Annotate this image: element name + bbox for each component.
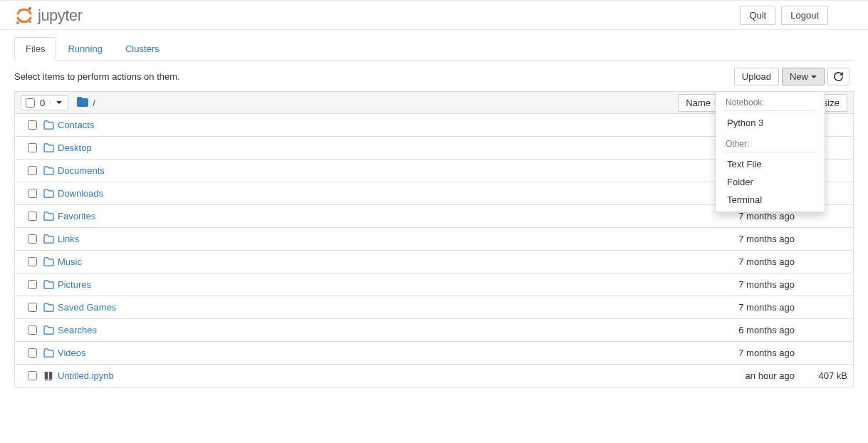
row-checkbox[interactable]: [28, 303, 37, 312]
breadcrumb: /: [77, 97, 95, 109]
row-checkbox-wrap: [21, 212, 43, 221]
row-checkbox-wrap: [21, 280, 43, 289]
folder-icon: [43, 234, 58, 244]
tab-bar: Files Running Clusters: [14, 37, 854, 61]
dropdown-separator: [724, 152, 816, 152]
jupyter-planet-icon: [14, 6, 34, 26]
item-modified: an hour ago: [684, 370, 798, 381]
toolbar: Select items to perform actions on them.…: [14, 61, 854, 91]
header-buttons: Quit Logout: [740, 6, 854, 25]
tab-running[interactable]: Running: [56, 37, 113, 61]
list-item: Music7 months ago: [14, 251, 854, 273]
row-checkbox-wrap: [21, 166, 43, 175]
row-checkbox[interactable]: [28, 325, 37, 335]
new-dropdown-menu: Notebook: Python 3 Other: Text File Fold…: [715, 91, 825, 212]
row-checkbox[interactable]: [28, 166, 37, 175]
new-button[interactable]: New: [782, 68, 825, 85]
refresh-icon: [834, 72, 843, 81]
folder-root-icon[interactable]: [77, 97, 88, 109]
item-name-link[interactable]: Videos: [58, 348, 684, 358]
dropdown-section-other: Other:: [716, 136, 825, 150]
folder-icon: [43, 348, 58, 358]
folder-icon: [43, 166, 58, 175]
list-item: Untitled.ipynban hour ago407 kB: [14, 365, 854, 387]
list-item: Saved Games7 months ago: [14, 296, 854, 319]
item-name-link[interactable]: Saved Games: [58, 302, 684, 313]
row-checkbox[interactable]: [28, 371, 37, 380]
row-checkbox-wrap: [21, 234, 43, 244]
jupyter-logo[interactable]: jupyter: [14, 6, 83, 26]
row-checkbox-wrap: [21, 143, 43, 152]
folder-icon: [43, 189, 58, 198]
dropdown-section-notebook: Notebook:: [716, 95, 825, 109]
list-item: Videos7 months ago: [14, 342, 854, 365]
item-modified: 7 months ago: [684, 211, 798, 222]
folder-icon: [43, 280, 58, 289]
toolbar-actions: Upload New: [734, 68, 854, 85]
logout-button[interactable]: Logout: [781, 6, 828, 25]
item-name-link[interactable]: Searches: [58, 325, 684, 335]
new-python3-item[interactable]: Python 3: [716, 114, 825, 132]
row-checkbox[interactable]: [28, 257, 37, 266]
new-folder-item[interactable]: Folder: [716, 173, 825, 191]
item-modified: 7 months ago: [684, 348, 798, 358]
item-modified: 7 months ago: [684, 302, 798, 313]
item-name-link[interactable]: Links: [58, 234, 684, 244]
row-checkbox[interactable]: [28, 120, 37, 130]
row-checkbox[interactable]: [28, 348, 37, 358]
item-name-link[interactable]: Desktop: [58, 142, 684, 153]
new-textfile-item[interactable]: Text File: [716, 155, 825, 173]
row-checkbox-wrap: [21, 257, 43, 266]
item-modified: 6 months ago: [684, 325, 798, 335]
list-item: Searches6 months ago: [14, 319, 854, 342]
row-checkbox-wrap: [21, 371, 43, 380]
row-checkbox[interactable]: [28, 212, 37, 221]
tab-files[interactable]: Files: [14, 37, 56, 61]
svg-point-0: [28, 7, 31, 10]
row-checkbox-wrap: [21, 348, 43, 358]
item-modified: 7 months ago: [684, 234, 798, 244]
toolbar-instruction: Select items to perform actions on them.: [14, 71, 180, 82]
list-item: Links7 months ago: [14, 228, 854, 251]
folder-icon: [43, 325, 58, 335]
svg-point-2: [29, 21, 31, 23]
item-name-link[interactable]: Contacts: [58, 120, 684, 130]
row-checkbox[interactable]: [28, 280, 37, 289]
item-name-link[interactable]: Documents: [58, 165, 684, 176]
breadcrumb-separator: /: [93, 98, 95, 108]
row-checkbox[interactable]: [28, 234, 37, 244]
item-name-link[interactable]: Music: [58, 256, 684, 267]
row-checkbox-wrap: [21, 189, 43, 198]
item-name-link[interactable]: Favorites: [58, 211, 684, 222]
tab-clusters[interactable]: Clusters: [114, 37, 171, 61]
notebook-icon: [43, 371, 58, 381]
dropdown-separator: [724, 110, 816, 111]
folder-icon: [43, 303, 58, 312]
new-terminal-item[interactable]: Terminal: [716, 191, 825, 209]
folder-icon: [43, 143, 58, 152]
item-name-link[interactable]: Downloads: [58, 188, 684, 199]
upload-button[interactable]: Upload: [734, 68, 779, 85]
item-modified: 7 months ago: [684, 279, 798, 290]
svg-point-1: [16, 21, 19, 24]
brand-text: jupyter: [38, 6, 83, 25]
select-all-control[interactable]: 0: [21, 95, 68, 110]
item-name-link[interactable]: Untitled.ipynb: [58, 370, 684, 381]
row-checkbox-wrap: [21, 120, 43, 130]
select-filter-dropdown[interactable]: [50, 101, 65, 104]
row-checkbox[interactable]: [28, 143, 37, 152]
refresh-button[interactable]: [827, 68, 849, 85]
new-button-label: New: [790, 71, 808, 82]
caret-down-icon: [811, 75, 817, 78]
folder-icon: [43, 120, 58, 130]
row-checkbox-wrap: [21, 325, 43, 335]
page-header: jupyter Quit Logout: [0, 0, 868, 30]
select-all-checkbox[interactable]: [26, 98, 35, 108]
list-item: Pictures7 months ago: [14, 273, 854, 296]
folder-icon: [43, 212, 58, 221]
item-modified: 7 months ago: [684, 256, 798, 267]
quit-button[interactable]: Quit: [740, 6, 775, 25]
item-size: 407 kB: [798, 370, 847, 381]
item-name-link[interactable]: Pictures: [58, 279, 684, 290]
row-checkbox[interactable]: [28, 189, 37, 198]
